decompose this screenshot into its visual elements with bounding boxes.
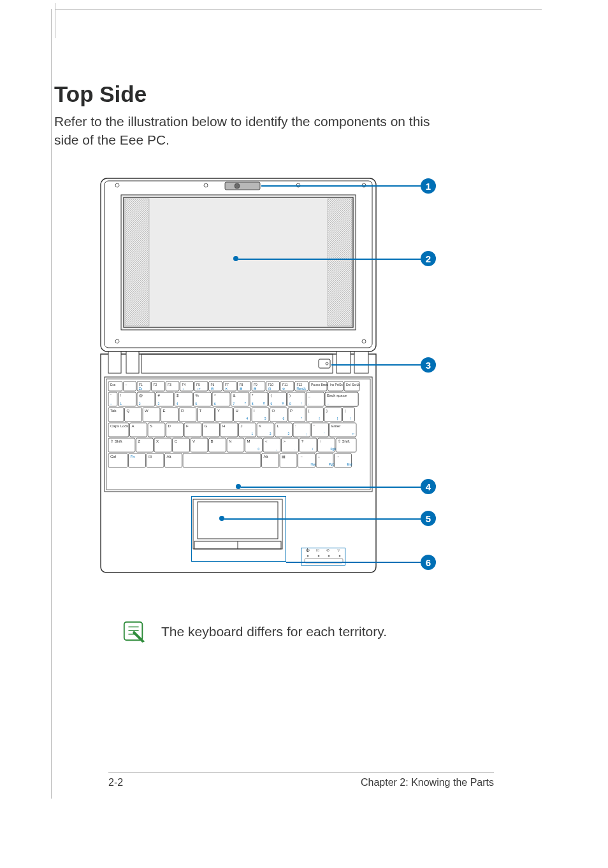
svg-text:Tab: Tab bbox=[110, 409, 117, 413]
svg-text:K: K bbox=[259, 424, 261, 428]
svg-text:Pause Break: Pause Break bbox=[311, 383, 329, 387]
svg-text:F11: F11 bbox=[282, 383, 288, 387]
svg-text:Enter: Enter bbox=[331, 424, 340, 428]
svg-text:E: E bbox=[163, 409, 166, 413]
svg-text:>: > bbox=[284, 439, 286, 443]
svg-text:T: T bbox=[199, 409, 202, 413]
svg-text:Caps Lock: Caps Lock bbox=[110, 424, 129, 428]
svg-text:M: M bbox=[247, 439, 250, 443]
svg-text:": " bbox=[314, 424, 315, 428]
svg-text:,: , bbox=[276, 448, 277, 451]
svg-text:C: C bbox=[175, 439, 178, 443]
svg-text:&: & bbox=[233, 394, 236, 397]
svg-rect-16 bbox=[337, 352, 351, 373]
svg-text:^: ^ bbox=[214, 394, 216, 397]
svg-text:F4: F4 bbox=[182, 383, 186, 387]
svg-text:V: V bbox=[192, 439, 195, 443]
svg-text:F5: F5 bbox=[196, 383, 200, 387]
svg-text:Alt: Alt bbox=[264, 455, 268, 459]
svg-rect-8 bbox=[121, 195, 356, 330]
svg-text:{: { bbox=[308, 409, 310, 413]
svg-point-20 bbox=[326, 362, 328, 365]
svg-text:⊡: ⊡ bbox=[268, 387, 271, 390]
svg-text:↵: ↵ bbox=[352, 432, 354, 436]
svg-text:F3: F3 bbox=[168, 383, 171, 387]
svg-text:<: < bbox=[265, 439, 268, 443]
svg-text:O: O bbox=[272, 409, 275, 413]
svg-text:S: S bbox=[150, 424, 152, 428]
svg-text:Z: Z bbox=[138, 439, 141, 443]
svg-text:F6: F6 bbox=[211, 383, 215, 387]
svg-text:.: . bbox=[294, 448, 295, 451]
svg-text:⊞: ⊞ bbox=[148, 455, 152, 459]
svg-rect-14 bbox=[108, 352, 121, 373]
footer-line bbox=[108, 772, 494, 773]
svg-text:;: ; bbox=[306, 432, 307, 436]
callout-4: 4 bbox=[421, 479, 436, 494]
callout-1: 1 bbox=[421, 178, 436, 194]
svg-text:F: F bbox=[186, 424, 189, 428]
svg-text:N: N bbox=[229, 439, 231, 443]
svg-text:Y: Y bbox=[217, 409, 220, 413]
note-text: The keyboard differs for each territory. bbox=[161, 624, 387, 639]
svg-text:Alt: Alt bbox=[167, 455, 171, 459]
svg-text:Del ScrLk: Del ScrLk bbox=[346, 383, 360, 387]
svg-text:~: ~ bbox=[126, 383, 127, 387]
svg-rect-17 bbox=[354, 352, 368, 373]
svg-text:⇧ Shift: ⇧ Shift bbox=[110, 439, 122, 443]
svg-point-13 bbox=[362, 339, 366, 343]
svg-text:J: J bbox=[241, 424, 243, 428]
svg-text:Esc: Esc bbox=[110, 383, 116, 387]
svg-text:Fn: Fn bbox=[131, 455, 135, 459]
svg-text:%: % bbox=[196, 394, 199, 397]
svg-text:Ctrl: Ctrl bbox=[110, 455, 116, 459]
svg-rect-15 bbox=[126, 352, 139, 373]
svg-text:B: B bbox=[211, 439, 214, 443]
svg-text:F10: F10 bbox=[268, 383, 274, 387]
svg-text:End: End bbox=[347, 463, 353, 466]
svg-text:Q: Q bbox=[127, 409, 130, 413]
page-tab bbox=[52, 3, 55, 38]
svg-text:←: ← bbox=[327, 402, 330, 406]
svg-rect-219 bbox=[183, 453, 261, 467]
svg-text:H: H bbox=[222, 424, 225, 428]
svg-text:✕: ✕ bbox=[225, 387, 228, 390]
callout-5: 5 bbox=[421, 511, 436, 526]
content-wrap: Top Side Refer to the illustration below… bbox=[54, 82, 440, 150]
svg-rect-4 bbox=[225, 182, 260, 190]
svg-text:': ' bbox=[324, 432, 325, 436]
note-icon bbox=[122, 620, 146, 644]
svg-text:Ins PrtSc: Ins PrtSc bbox=[330, 383, 344, 387]
svg-point-12 bbox=[115, 339, 119, 343]
svg-text:⊟: ⊟ bbox=[211, 387, 214, 390]
svg-text:@: @ bbox=[139, 394, 143, 397]
svg-text:⊘: ⊘ bbox=[282, 387, 285, 390]
svg-point-2 bbox=[115, 183, 119, 187]
svg-text:☼: ☼ bbox=[182, 387, 185, 390]
svg-text:←: ← bbox=[300, 455, 304, 459]
svg-text:F2: F2 bbox=[154, 383, 157, 387]
device-illustration: Esc~F1ZzF2F3F4☼F5☼+F6⊟F7✕F8⊠F9⊞F10⊡F11⊘F… bbox=[94, 176, 440, 599]
svg-text:A: A bbox=[132, 424, 134, 428]
svg-text:(: ( bbox=[271, 394, 272, 397]
svg-text:G: G bbox=[205, 424, 208, 428]
svg-text:D: D bbox=[168, 424, 171, 428]
svg-text:F1: F1 bbox=[139, 383, 143, 387]
svg-point-3 bbox=[204, 183, 208, 187]
svg-text:`: ` bbox=[110, 394, 112, 397]
svg-text:U: U bbox=[236, 409, 238, 413]
svg-text:↑: ↑ bbox=[320, 439, 322, 443]
svg-text:X: X bbox=[156, 439, 159, 443]
svg-rect-10 bbox=[125, 199, 149, 326]
svg-text:F9: F9 bbox=[254, 383, 257, 387]
svg-text:▤: ▤ bbox=[282, 455, 286, 459]
svg-text:Back space: Back space bbox=[327, 394, 347, 397]
svg-text:}: } bbox=[326, 409, 328, 413]
callout-3: 3 bbox=[421, 357, 436, 373]
svg-rect-11 bbox=[328, 199, 352, 326]
svg-text:F7: F7 bbox=[225, 383, 229, 387]
svg-text:☼+: ☼+ bbox=[196, 387, 201, 390]
callout-6: 6 bbox=[421, 555, 436, 570]
callout-2: 2 bbox=[421, 251, 436, 266]
svg-text:Zz: Zz bbox=[139, 387, 143, 390]
